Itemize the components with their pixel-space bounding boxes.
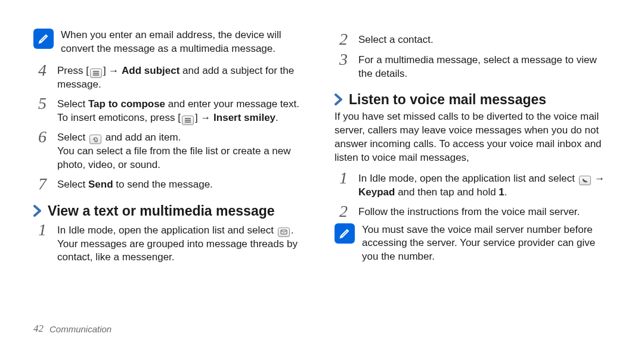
step-text: Select [57, 132, 88, 143]
info-callout: When you enter an email address, the dev… [33, 29, 309, 56]
step-body: Select a contact. [358, 31, 434, 48]
page-number: 42 [33, 323, 44, 335]
step-number: 6 [33, 129, 51, 172]
step-bold: Add subject [122, 65, 179, 76]
step-number: 1 [335, 170, 352, 200]
step-6: 6 Select and add an item. You can select… [33, 129, 309, 172]
step-3: 3 For a multimedia message, select a mes… [335, 51, 611, 81]
step-body: In Idle mode, open the application list … [358, 170, 605, 200]
step-text: and then tap and hold [395, 186, 499, 198]
step-bold: 1 [499, 186, 504, 198]
step-text: → [592, 173, 605, 184]
section-intro: If you have set missed calls to be diver… [335, 110, 611, 165]
step-text: to send the message. [113, 179, 213, 190]
footer-title: Communication [49, 324, 112, 334]
step-bold: Insert smiley [213, 112, 275, 123]
heading-text: Listen to voice mail messages [349, 92, 546, 108]
chevron-right-icon [33, 205, 42, 217]
paperclip-icon [89, 135, 101, 144]
voicemail-step-1: 1 In Idle mode, open the application lis… [335, 170, 611, 200]
menu-icon [182, 116, 194, 125]
step-body: In Idle mode, open the application list … [57, 222, 309, 265]
step-5: 5 Select Tap to compose and enter your m… [33, 95, 309, 125]
step-1: 1 In Idle mode, open the application lis… [33, 222, 309, 265]
step-number: 5 [33, 95, 51, 125]
step-text: Press [ [57, 65, 89, 76]
menu-icon [90, 68, 102, 78]
message-icon [278, 228, 290, 237]
step-text: ] → [103, 65, 122, 76]
step-text: ] → [195, 112, 213, 123]
step-text: To insert emoticons, press [ [57, 112, 181, 123]
step-text: . [291, 225, 294, 236]
heading-text: View a text or multimedia message [48, 203, 275, 219]
left-column: When you enter an email address, the dev… [33, 29, 309, 312]
step-number: 2 [335, 31, 352, 48]
step-text: You can select a file from the file list… [57, 145, 309, 172]
page-footer: 42 Communication [33, 312, 611, 335]
step-bold: Keypad [358, 186, 395, 198]
info-callout: You must save the voice mail server numb… [335, 223, 611, 264]
step-number: 3 [335, 51, 352, 81]
step-body: Follow the instructions from the voice m… [358, 203, 580, 220]
phone-icon [579, 176, 591, 185]
step-body: Press [] → Add subject and add a subject… [57, 62, 309, 92]
step-number: 7 [33, 176, 51, 192]
step-text: Select [57, 98, 88, 110]
step-body: Select Tap to compose and enter your mes… [57, 95, 299, 125]
section-heading-view-message: View a text or multimedia message [33, 203, 309, 219]
step-body: Select and add an item. You can select a… [57, 129, 309, 172]
step-text: Select [57, 179, 88, 190]
note-icon [33, 29, 54, 49]
step-text: . [504, 186, 507, 198]
step-number: 4 [33, 62, 51, 92]
step-bold: Tap to compose [88, 98, 165, 110]
callout-text: When you enter an email address, the dev… [61, 29, 309, 56]
callout-text: You must save the voice mail server numb… [362, 223, 611, 264]
note-icon [335, 223, 355, 244]
step-text: and enter your message text. [165, 98, 299, 110]
right-column: 2 Select a contact. 3 For a multimedia m… [335, 29, 611, 312]
step-4: 4 Press [] → Add subject and add a subje… [33, 62, 309, 92]
step-number: 1 [33, 222, 51, 265]
section-heading-voicemail: Listen to voice mail messages [335, 92, 611, 108]
step-body: For a multimedia message, select a messa… [358, 51, 611, 81]
step-number: 2 [335, 203, 352, 220]
step-text: Your messages are grouped into message t… [57, 238, 309, 265]
step-body: Select Send to send the message. [57, 176, 213, 192]
step-text: In Idle mode, open the application list … [358, 173, 578, 184]
chevron-right-icon [335, 94, 343, 105]
step-text: . [275, 112, 278, 123]
step-2: 2 Select a contact. [335, 31, 611, 48]
voicemail-step-2: 2 Follow the instructions from the voice… [335, 203, 611, 220]
step-7: 7 Select Send to send the message. [33, 176, 309, 192]
step-text: and add an item. [103, 132, 181, 143]
step-text: In Idle mode, open the application list … [57, 225, 277, 236]
step-bold: Send [88, 179, 113, 190]
